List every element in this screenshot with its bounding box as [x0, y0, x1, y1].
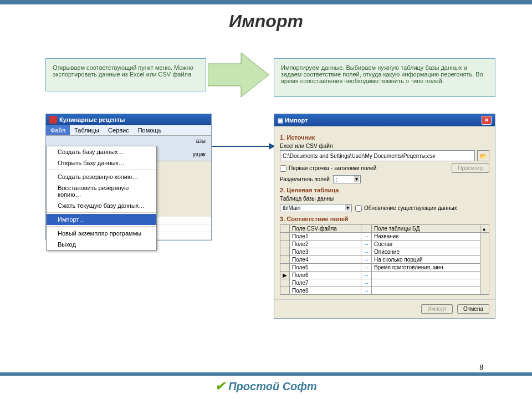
import-dialog: ▣ Импорт ✕ 1. Источник Excel или CSV фай…: [274, 114, 495, 319]
dialog-titlebar: ▣ Импорт ✕: [274, 114, 495, 126]
db-column-header: Поле таблицы БД: [371, 225, 480, 233]
section-target: 2. Целевая таблица: [280, 187, 489, 193]
delimiter-select[interactable]: ;: [333, 175, 361, 183]
app-recipes-window: Кулинарные рецепты Файл Таблицы Сервис П…: [45, 114, 212, 241]
dialog-buttons: Импорт Отмена: [274, 299, 495, 318]
menu-tables[interactable]: Таблицы: [70, 125, 104, 135]
top-bar: [0, 0, 532, 4]
footer-bar: [0, 372, 532, 376]
section-source: 1. Источник: [280, 134, 489, 141]
cancel-button[interactable]: Отмена: [457, 304, 489, 314]
toolbar-fragment-1: азы: [196, 138, 206, 144]
menu-backup[interactable]: Создать резервную копию…: [47, 171, 156, 182]
delimiter-label: Разделитель полей: [280, 176, 330, 182]
preview-button[interactable]: Просмотр: [452, 163, 489, 173]
table-row[interactable]: ▶Поле6→: [280, 272, 489, 279]
separator: [47, 212, 156, 213]
table-row[interactable]: Поле2→Состав: [280, 241, 489, 248]
page-number: 8: [479, 364, 483, 371]
menu-open-db[interactable]: Открыть базу данных…: [47, 157, 156, 168]
update-existing-checkbox[interactable]: Обновление существующих данных: [355, 205, 457, 212]
svg-marker-0: [208, 53, 269, 97]
table-row[interactable]: Поле4→На сколько порций: [280, 256, 489, 264]
app-icon: [49, 116, 57, 124]
menu-exit[interactable]: Выход: [47, 239, 156, 250]
file-label: Excel или CSV файл: [280, 143, 489, 149]
menu-create-db[interactable]: Создать базу данных…: [47, 146, 156, 157]
separator: [47, 226, 156, 227]
arrow-header: [361, 225, 371, 233]
menu-file[interactable]: Файл: [46, 125, 70, 135]
scroll-up-icon[interactable]: ▴: [480, 225, 489, 233]
dialog-title-text: Импорт: [285, 117, 308, 124]
table-row[interactable]: Поле3→Описание: [280, 248, 489, 256]
table-row[interactable]: Поле8→: [280, 287, 489, 295]
menu-restore[interactable]: Восстановить резервную копию…: [47, 182, 156, 200]
field-mapping-table: Поле CSV-файла Поле таблицы БД ▴ Поле1→Н…: [280, 224, 489, 295]
menubar: Файл Таблицы Сервис Помощь Создать базу …: [46, 125, 211, 136]
brand-text: Простой Софт: [228, 380, 317, 393]
app-title-text: Кулинарные рецепты: [59, 116, 125, 123]
first-row-headers-checkbox[interactable]: Первая строчка - заголовки полей: [280, 165, 376, 172]
menu-import[interactable]: Импорт…: [47, 214, 156, 225]
scrollbar[interactable]: [480, 233, 489, 295]
footer: ✔ Простой Софт: [0, 372, 532, 399]
dialog-icon: ▣: [278, 117, 283, 124]
brand-logo: ✔ Простой Софт: [0, 379, 532, 393]
menu-help[interactable]: Помощь: [134, 125, 166, 135]
table-row[interactable]: Поле7→: [280, 279, 489, 287]
menu-service[interactable]: Сервис: [104, 125, 134, 135]
dialog-body: 1. Источник Excel или CSV файл 📂 Первая …: [274, 126, 495, 299]
section-mapping: 3. Соответствие полей: [280, 216, 489, 222]
table-row[interactable]: Поле5→Время приготовления, мин.: [280, 264, 489, 272]
file-path-input[interactable]: [280, 150, 475, 161]
check-icon: ✔: [215, 379, 225, 393]
tip-right: Импортируем данные. Выбираем нужную табл…: [274, 58, 495, 97]
table-label: Таблица базы данны: [280, 196, 489, 202]
menu-new-instance[interactable]: Новый экземпляр программы: [47, 228, 156, 239]
page-title: Импорт: [0, 11, 532, 32]
browse-button[interactable]: 📂: [477, 150, 489, 161]
import-button[interactable]: Импорт: [421, 304, 453, 314]
table-select[interactable]: tblMain: [280, 204, 352, 212]
close-button[interactable]: ✕: [482, 116, 492, 125]
csv-column-header: Поле CSV-файла: [290, 225, 361, 233]
separator: [47, 170, 156, 170]
file-dropdown: Создать базу данных… Открыть базу данных…: [46, 146, 157, 250]
menu-compress[interactable]: Сжать текущую базу данных…: [47, 200, 156, 211]
toolbar-fragment-2: ущак: [193, 151, 206, 157]
tip-left: Открываем соответствующий пункт меню. Мо…: [45, 58, 206, 91]
arrow-big-icon: [208, 53, 269, 97]
app-recipes-titlebar: Кулинарные рецепты: [46, 114, 211, 125]
table-row[interactable]: Поле1→Название: [280, 233, 489, 241]
rowmark-header: [280, 225, 290, 233]
